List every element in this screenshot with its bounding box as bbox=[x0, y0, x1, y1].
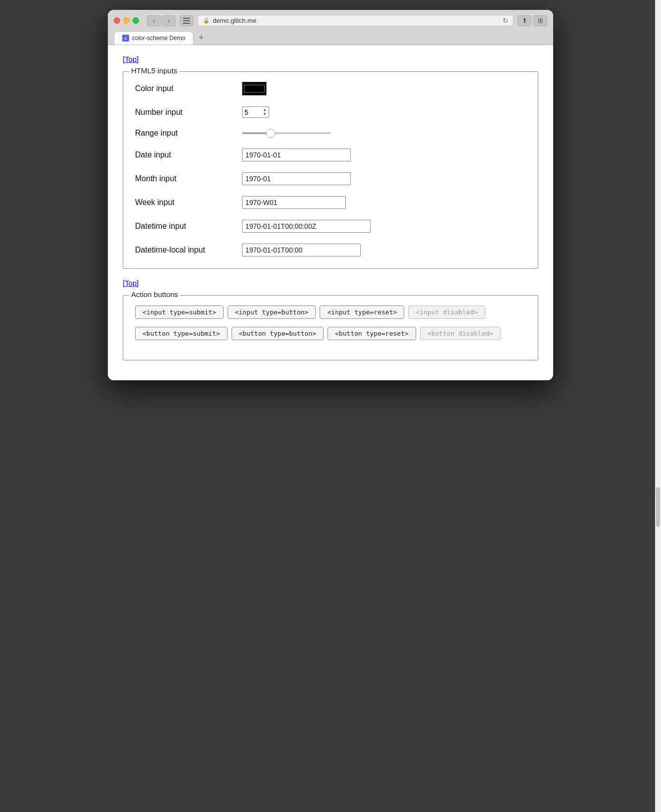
address-bar[interactable]: 🔒 demo.glitch.me ↻ bbox=[197, 15, 514, 26]
date-input[interactable] bbox=[242, 149, 351, 161]
number-input-label: Number input bbox=[135, 108, 234, 117]
maximize-button[interactable] bbox=[133, 17, 139, 24]
button-submit-button[interactable]: <button type=submit> bbox=[135, 327, 228, 340]
lock-icon: 🔒 bbox=[203, 17, 210, 24]
browser-chrome: ‹ › 🔒 demo.glitch.me ↻ ⬆ ⊞ bbox=[108, 10, 553, 45]
svg-rect-1 bbox=[183, 20, 190, 21]
html5-inputs-section: HTML5 inputs Color input Number input ▲ bbox=[123, 71, 538, 269]
datetime-local-input-label: Datetime-local input bbox=[135, 246, 234, 254]
number-input-row: Number input ▲ ▼ bbox=[135, 106, 526, 118]
week-input[interactable] bbox=[242, 196, 346, 209]
button-button-button[interactable]: <button type=button> bbox=[232, 327, 324, 340]
datetime-local-input[interactable] bbox=[242, 244, 361, 256]
html5-legend: HTML5 inputs bbox=[129, 66, 179, 75]
datetime-input-label: Datetime input bbox=[135, 222, 234, 231]
page-content: [Top] HTML5 inputs Color input Number in… bbox=[108, 45, 553, 380]
month-input-label: Month input bbox=[135, 174, 234, 183]
back-button[interactable]: ‹ bbox=[147, 15, 161, 26]
input-button-button[interactable]: <input type=button> bbox=[228, 305, 316, 319]
page-wrapper: [Top] HTML5 inputs Color input Number in… bbox=[108, 45, 553, 380]
week-input-row: Week input bbox=[135, 196, 526, 209]
date-input-row: Date input bbox=[135, 149, 526, 161]
date-input-label: Date input bbox=[135, 151, 234, 159]
datetime-input[interactable] bbox=[242, 220, 371, 233]
svg-rect-2 bbox=[183, 23, 190, 24]
button-disabled-button: <button disabled> bbox=[420, 327, 501, 340]
color-input-row: Color input bbox=[135, 82, 526, 96]
number-increment[interactable]: ▲ bbox=[263, 108, 267, 112]
browser-actions: ⬆ ⊞ bbox=[518, 15, 547, 26]
color-input-label: Color input bbox=[135, 84, 234, 93]
nav-buttons: ‹ › bbox=[147, 15, 176, 26]
tab-favicon: c bbox=[122, 35, 129, 42]
datetime-local-input-row: Datetime-local input bbox=[135, 244, 526, 256]
action-buttons-section: Action buttons <input type=submit> <inpu… bbox=[123, 295, 538, 360]
new-tab-tile-button[interactable]: ⊞ bbox=[533, 15, 547, 26]
range-input-row: Range input bbox=[135, 129, 526, 138]
week-input-label: Week input bbox=[135, 198, 234, 207]
sidebar-icon bbox=[183, 18, 190, 24]
button-button-group: <button type=submit> <button type=button… bbox=[135, 327, 526, 340]
input-reset-button[interactable]: <input type=reset> bbox=[320, 305, 404, 319]
browser-window: ‹ › 🔒 demo.glitch.me ↻ ⬆ ⊞ bbox=[108, 10, 553, 380]
action-buttons-legend: Action buttons bbox=[129, 290, 180, 299]
new-tab-button[interactable]: + bbox=[195, 32, 207, 43]
color-input[interactable] bbox=[242, 82, 267, 96]
number-decrement[interactable]: ▼ bbox=[263, 112, 267, 116]
month-input[interactable] bbox=[242, 172, 351, 185]
tab-bar: c color-scheme Demo + bbox=[108, 31, 553, 45]
close-button[interactable] bbox=[114, 17, 120, 24]
input-disabled-button: <input disabled> bbox=[408, 305, 485, 319]
top-link-1[interactable]: [Top] bbox=[123, 55, 139, 63]
traffic-lights bbox=[114, 17, 139, 24]
input-submit-button[interactable]: <input type=submit> bbox=[135, 305, 224, 319]
month-input-row: Month input bbox=[135, 172, 526, 185]
input-button-group: <input type=submit> <input type=button> … bbox=[135, 305, 526, 319]
number-input-wrapper: ▲ ▼ bbox=[242, 106, 269, 118]
top-link-2[interactable]: [Top] bbox=[123, 279, 139, 287]
share-button[interactable]: ⬆ bbox=[518, 15, 531, 26]
forward-button[interactable]: › bbox=[162, 15, 176, 26]
number-input[interactable] bbox=[244, 108, 259, 116]
datetime-input-row: Datetime input bbox=[135, 220, 526, 233]
button-reset-button[interactable]: <button type=reset> bbox=[328, 327, 416, 340]
browser-tab[interactable]: c color-scheme Demo bbox=[114, 31, 193, 45]
tab-title: color-scheme Demo bbox=[132, 35, 185, 42]
range-input[interactable] bbox=[242, 132, 331, 134]
minimize-button[interactable] bbox=[123, 17, 130, 24]
page-main: [Top] HTML5 inputs Color input Number in… bbox=[108, 45, 553, 380]
svg-rect-0 bbox=[183, 18, 190, 19]
url-text: demo.glitch.me bbox=[213, 17, 256, 24]
reload-button[interactable]: ↻ bbox=[503, 17, 508, 24]
spinner-buttons: ▲ ▼ bbox=[263, 108, 267, 116]
range-input-label: Range input bbox=[135, 129, 234, 138]
browser-toolbar: ‹ › 🔒 demo.glitch.me ↻ ⬆ ⊞ bbox=[108, 10, 553, 31]
sidebar-button[interactable] bbox=[180, 15, 193, 26]
